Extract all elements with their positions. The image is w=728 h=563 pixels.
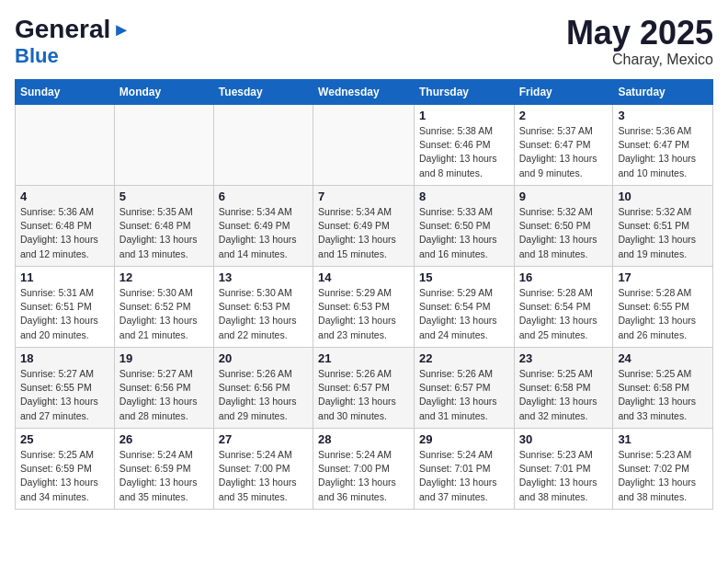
calendar-cell: 19Sunrise: 5:27 AM Sunset: 6:56 PM Dayli… (114, 348, 213, 429)
day-number: 9 (519, 190, 609, 203)
calendar-cell: 6Sunrise: 5:34 AM Sunset: 6:49 PM Daylig… (213, 186, 313, 267)
day-info: Sunrise: 5:35 AM Sunset: 6:48 PM Dayligh… (119, 205, 209, 261)
day-number: 3 (618, 109, 708, 122)
calendar-cell: 1Sunrise: 5:38 AM Sunset: 6:46 PM Daylig… (414, 105, 514, 186)
column-header-thursday: Thursday (414, 80, 514, 105)
day-number: 22 (419, 351, 509, 365)
page-header: General ► Blue May 2025 Charay, Mexico (15, 15, 713, 68)
calendar-cell: 23Sunrise: 5:25 AM Sunset: 6:58 PM Dayli… (514, 348, 613, 429)
column-header-monday: Monday (114, 80, 213, 105)
calendar-cell: 30Sunrise: 5:23 AM Sunset: 7:01 PM Dayli… (514, 429, 613, 510)
calendar-cell: 14Sunrise: 5:29 AM Sunset: 6:53 PM Dayli… (313, 267, 415, 348)
column-header-wednesday: Wednesday (313, 80, 415, 105)
calendar-cell: 15Sunrise: 5:29 AM Sunset: 6:54 PM Dayli… (414, 267, 514, 348)
calendar-cell: 5Sunrise: 5:35 AM Sunset: 6:48 PM Daylig… (114, 186, 213, 267)
day-number: 17 (618, 270, 708, 284)
day-number: 12 (119, 270, 209, 284)
day-number: 13 (219, 270, 308, 284)
day-info: Sunrise: 5:32 AM Sunset: 6:51 PM Dayligh… (618, 205, 708, 261)
calendar-cell: 27Sunrise: 5:24 AM Sunset: 7:00 PM Dayli… (213, 429, 313, 510)
day-info: Sunrise: 5:25 AM Sunset: 6:58 PM Dayligh… (519, 367, 609, 423)
calendar-cell: 4Sunrise: 5:36 AM Sunset: 6:48 PM Daylig… (16, 186, 115, 267)
day-number: 10 (618, 190, 708, 203)
day-info: Sunrise: 5:29 AM Sunset: 6:53 PM Dayligh… (318, 286, 409, 342)
day-info: Sunrise: 5:33 AM Sunset: 6:50 PM Dayligh… (419, 205, 509, 261)
day-number: 21 (318, 351, 409, 365)
day-info: Sunrise: 5:28 AM Sunset: 6:54 PM Dayligh… (519, 286, 609, 342)
day-number: 16 (519, 270, 609, 284)
calendar-cell: 12Sunrise: 5:30 AM Sunset: 6:52 PM Dayli… (114, 267, 213, 348)
logo-arrow-icon: ► (112, 19, 131, 40)
calendar-cell: 3Sunrise: 5:36 AM Sunset: 6:47 PM Daylig… (613, 105, 713, 186)
calendar-cell (313, 105, 415, 186)
day-number: 14 (318, 270, 409, 284)
logo: General ► Blue (15, 15, 131, 68)
calendar-cell: 17Sunrise: 5:28 AM Sunset: 6:55 PM Dayli… (613, 267, 713, 348)
day-number: 19 (119, 351, 209, 365)
day-info: Sunrise: 5:31 AM Sunset: 6:51 PM Dayligh… (20, 286, 109, 342)
day-number: 6 (219, 190, 308, 203)
calendar-week-row: 25Sunrise: 5:25 AM Sunset: 6:59 PM Dayli… (16, 429, 713, 510)
calendar-cell: 21Sunrise: 5:26 AM Sunset: 6:57 PM Dayli… (313, 348, 415, 429)
day-number: 25 (20, 432, 109, 446)
calendar-cell (114, 105, 213, 186)
calendar-cell: 22Sunrise: 5:26 AM Sunset: 6:57 PM Dayli… (414, 348, 514, 429)
day-number: 30 (519, 432, 609, 446)
day-info: Sunrise: 5:24 AM Sunset: 7:00 PM Dayligh… (219, 448, 308, 504)
calendar-cell: 29Sunrise: 5:24 AM Sunset: 7:01 PM Dayli… (414, 429, 514, 510)
calendar-week-row: 1Sunrise: 5:38 AM Sunset: 6:46 PM Daylig… (16, 105, 713, 186)
day-number: 15 (419, 270, 509, 284)
day-number: 29 (419, 432, 509, 446)
day-number: 20 (219, 351, 308, 365)
day-info: Sunrise: 5:26 AM Sunset: 6:57 PM Dayligh… (419, 367, 509, 423)
day-number: 31 (618, 432, 708, 446)
calendar-header-row: SundayMondayTuesdayWednesdayThursdayFrid… (16, 80, 713, 105)
day-info: Sunrise: 5:34 AM Sunset: 6:49 PM Dayligh… (219, 205, 308, 261)
day-info: Sunrise: 5:27 AM Sunset: 6:55 PM Dayligh… (20, 367, 109, 423)
day-number: 24 (618, 351, 708, 365)
day-info: Sunrise: 5:30 AM Sunset: 6:53 PM Dayligh… (219, 286, 308, 342)
calendar-week-row: 18Sunrise: 5:27 AM Sunset: 6:55 PM Dayli… (16, 348, 713, 429)
day-info: Sunrise: 5:32 AM Sunset: 6:50 PM Dayligh… (519, 205, 609, 261)
day-number: 7 (318, 190, 409, 203)
day-number: 5 (119, 190, 209, 203)
day-info: Sunrise: 5:29 AM Sunset: 6:54 PM Dayligh… (419, 286, 509, 342)
day-number: 27 (219, 432, 308, 446)
day-info: Sunrise: 5:23 AM Sunset: 7:02 PM Dayligh… (618, 448, 708, 504)
calendar-cell: 13Sunrise: 5:30 AM Sunset: 6:53 PM Dayli… (213, 267, 313, 348)
day-info: Sunrise: 5:24 AM Sunset: 6:59 PM Dayligh… (119, 448, 209, 504)
day-info: Sunrise: 5:34 AM Sunset: 6:49 PM Dayligh… (318, 205, 409, 261)
calendar-cell: 2Sunrise: 5:37 AM Sunset: 6:47 PM Daylig… (514, 105, 613, 186)
calendar-cell: 31Sunrise: 5:23 AM Sunset: 7:02 PM Dayli… (613, 429, 713, 510)
calendar-cell: 8Sunrise: 5:33 AM Sunset: 6:50 PM Daylig… (414, 186, 514, 267)
day-number: 28 (318, 432, 409, 446)
day-number: 18 (20, 351, 109, 365)
calendar-cell: 11Sunrise: 5:31 AM Sunset: 6:51 PM Dayli… (16, 267, 115, 348)
column-header-saturday: Saturday (613, 80, 713, 105)
title-block: May 2025 Charay, Mexico (566, 15, 713, 68)
column-header-tuesday: Tuesday (213, 80, 313, 105)
day-info: Sunrise: 5:23 AM Sunset: 7:01 PM Dayligh… (519, 448, 609, 504)
day-info: Sunrise: 5:37 AM Sunset: 6:47 PM Dayligh… (519, 124, 609, 180)
calendar-cell: 10Sunrise: 5:32 AM Sunset: 6:51 PM Dayli… (613, 186, 713, 267)
calendar-cell: 20Sunrise: 5:26 AM Sunset: 6:56 PM Dayli… (213, 348, 313, 429)
calendar-cell: 26Sunrise: 5:24 AM Sunset: 6:59 PM Dayli… (114, 429, 213, 510)
day-number: 26 (119, 432, 209, 446)
calendar-cell: 9Sunrise: 5:32 AM Sunset: 6:50 PM Daylig… (514, 186, 613, 267)
day-number: 2 (519, 109, 609, 122)
column-header-sunday: Sunday (16, 80, 115, 105)
calendar-week-row: 11Sunrise: 5:31 AM Sunset: 6:51 PM Dayli… (16, 267, 713, 348)
day-number: 1 (419, 109, 509, 122)
calendar-cell (213, 105, 313, 186)
calendar-week-row: 4Sunrise: 5:36 AM Sunset: 6:48 PM Daylig… (16, 186, 713, 267)
day-info: Sunrise: 5:26 AM Sunset: 6:56 PM Dayligh… (219, 367, 308, 423)
calendar-table: SundayMondayTuesdayWednesdayThursdayFrid… (15, 79, 713, 510)
calendar-cell: 16Sunrise: 5:28 AM Sunset: 6:54 PM Dayli… (514, 267, 613, 348)
calendar-cell: 18Sunrise: 5:27 AM Sunset: 6:55 PM Dayli… (16, 348, 115, 429)
day-number: 8 (419, 190, 509, 203)
calendar-cell (16, 105, 115, 186)
logo-general-text: General (15, 15, 110, 44)
day-info: Sunrise: 5:27 AM Sunset: 6:56 PM Dayligh… (119, 367, 209, 423)
day-number: 4 (20, 190, 109, 203)
day-info: Sunrise: 5:25 AM Sunset: 6:59 PM Dayligh… (20, 448, 109, 504)
